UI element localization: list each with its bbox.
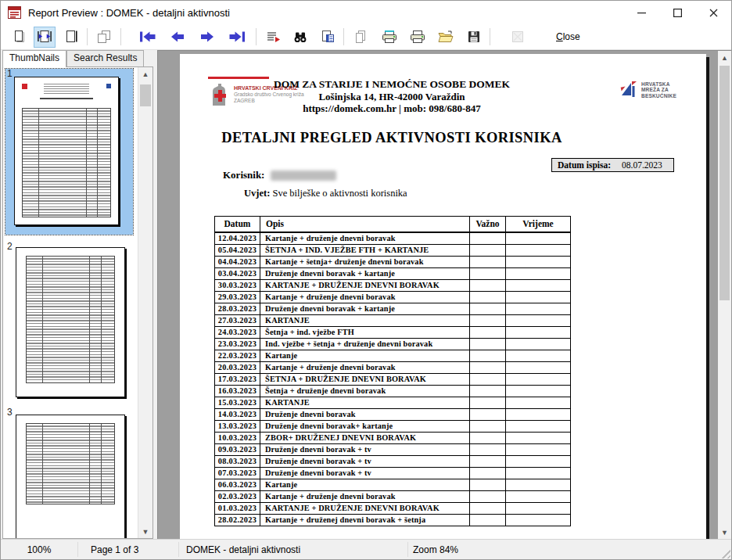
save-button[interactable] xyxy=(463,27,484,48)
thumbnail-3[interactable] xyxy=(16,415,125,539)
thumb-redcross-logo xyxy=(22,84,27,89)
scroll-up-icon[interactable]: ▲ xyxy=(138,67,152,81)
copy-pages-button[interactable] xyxy=(350,27,371,48)
org-name: DOM ZA STARIJE I NEMOĆNE OSOBE DOMEK xyxy=(214,78,569,91)
status-separator xyxy=(77,542,78,557)
panel-tabs: ThumbNails Search Results xyxy=(1,50,157,66)
korisnik-name-redacted xyxy=(271,171,336,181)
table-row: 16.03.2023Šetnja + druženje dnevni borav… xyxy=(215,385,571,397)
save-floppy-icon xyxy=(467,30,481,44)
close-button[interactable]: Close xyxy=(548,28,588,45)
page-100-button[interactable] xyxy=(60,27,81,48)
maximize-button[interactable] xyxy=(659,1,695,24)
col-header-vrijeme: Vrijeme xyxy=(506,217,571,232)
status-page: Page 1 of 3 xyxy=(91,540,138,559)
table-row: 03.04.2023Druženje dnevni boravak + kart… xyxy=(215,267,571,279)
col-header-datum: Datum xyxy=(215,217,260,232)
window-controls xyxy=(623,1,731,24)
scroll-down-icon[interactable]: ▼ xyxy=(718,526,731,539)
whole-page-button[interactable] xyxy=(8,27,29,48)
toolbar-separator xyxy=(490,28,490,45)
close-icon xyxy=(709,9,718,17)
resize-grip[interactable] xyxy=(719,547,730,558)
minimize-button[interactable] xyxy=(623,1,659,24)
print-button[interactable] xyxy=(407,27,429,48)
scrollbar-thumb[interactable] xyxy=(719,66,730,300)
minimize-icon xyxy=(637,9,646,17)
scrollbar-thumb[interactable] xyxy=(140,84,151,106)
window-title: Report Preview : DOMEK - detaljni aktivn… xyxy=(28,7,230,19)
thumbnail-2-number: 2 xyxy=(7,241,13,252)
print-setup-icon xyxy=(381,29,398,45)
edit-page-icon xyxy=(320,29,336,45)
tab-thumbnails[interactable]: ThumbNails xyxy=(2,50,66,67)
status-separator xyxy=(407,542,408,557)
col-header-opis: Opis xyxy=(260,217,470,232)
table-row: 27.03.2023KARTANJE xyxy=(215,314,571,326)
page-100-icon xyxy=(63,29,79,45)
org-contact: https://domek.com.hr | mob: 098/680-847 xyxy=(214,102,569,114)
table-row: 02.03.2023Kartanje + druženje dnevni bor… xyxy=(215,490,571,502)
table-row: 23.03.2023Ind. vježbe + šetnja + druženj… xyxy=(215,338,571,350)
preview-scrollbar[interactable]: ▲ ▼ xyxy=(718,51,731,539)
thumb-network-logo xyxy=(106,84,111,88)
goto-page-icon xyxy=(265,30,281,44)
close-window-button[interactable] xyxy=(695,1,731,24)
next-page-button[interactable] xyxy=(194,27,221,48)
print-date-value: 08.07.2023 xyxy=(622,160,662,170)
page-width-icon xyxy=(36,29,53,45)
korisnik-label: Korisnik: xyxy=(223,169,264,181)
org-address: Lošinjska 14, HR-42000 Varaždin xyxy=(214,91,569,102)
thumbnail-1[interactable] xyxy=(5,69,133,235)
table-row: 04.04.2023Kartanje + šetnja+ druženje dn… xyxy=(215,256,571,267)
report-preview-window: Report Preview : DOMEK - detaljni aktivn… xyxy=(0,0,732,560)
multiple-pages-button[interactable] xyxy=(93,27,115,48)
print-date-box: Datum ispisa: 08.07.2023 xyxy=(551,158,674,172)
print-icon xyxy=(409,29,426,45)
find-binoculars-icon xyxy=(292,30,308,44)
thumbnail-list: 1 2 3 ▲ ▼ xyxy=(2,66,153,539)
page-width-button[interactable] xyxy=(34,27,56,48)
titlebar: Report Preview : DOMEK - detaljni aktivn… xyxy=(1,1,731,24)
uvjet-value: Sve bilješke o aktivnosti korisnika xyxy=(270,188,407,199)
table-header-row: Datum Opis Važno Vrijeme xyxy=(215,217,571,232)
toolbar-separator xyxy=(256,28,257,45)
table-row: 14.03.2023Druženje dnevni boravak xyxy=(215,408,571,420)
open-button[interactable] xyxy=(435,27,457,48)
table-row: 06.03.2023Kartanje xyxy=(215,479,571,490)
tab-search-results[interactable]: Search Results xyxy=(66,50,144,66)
table-row: 29.03.2023Kartanje + druženje dnevni bor… xyxy=(215,291,571,303)
status-separator xyxy=(178,542,179,557)
col-header-vazno: Važno xyxy=(470,217,506,232)
thumbnail-panel: ThumbNails Search Results 1 2 3 xyxy=(1,50,157,539)
last-page-button[interactable] xyxy=(224,27,250,48)
report-title: DETALJNI PREGLED AKTIVNOSTI KORISNIKA xyxy=(214,130,569,146)
korisnik-row: Korisnik: xyxy=(223,169,336,181)
toolbar-separator xyxy=(87,28,88,45)
first-page-button[interactable] xyxy=(135,27,161,48)
toolbar: Close xyxy=(1,24,731,50)
report-table-body: 12.04.2023Kartanje + druženje dnevni bor… xyxy=(215,232,571,526)
thumb-table xyxy=(22,108,111,217)
thumbnail-scrollbar[interactable]: ▲ ▼ xyxy=(138,67,152,538)
prior-page-button[interactable] xyxy=(164,27,191,48)
toolbar-separator xyxy=(120,28,121,45)
scroll-up-icon[interactable]: ▲ xyxy=(718,51,731,64)
thumbnail-1-number: 1 xyxy=(7,68,13,79)
table-row: 09.03.2023Druženje dnevni boravak + tv xyxy=(215,443,571,455)
prior-page-icon xyxy=(168,31,187,43)
thumb-table xyxy=(26,423,114,505)
export-disabled-icon xyxy=(511,30,525,44)
thumbnail-2[interactable] xyxy=(16,247,125,397)
goto-page-button[interactable] xyxy=(262,27,283,48)
table-row: 20.03.2023Kartanje + druženje dnevni bor… xyxy=(215,361,571,373)
print-setup-button[interactable] xyxy=(379,27,400,48)
table-row: 15.03.2023KARTANJE xyxy=(215,397,571,408)
table-row: 22.03.2023Kartanje xyxy=(215,350,571,361)
scroll-down-icon[interactable]: ▼ xyxy=(138,525,152,538)
find-button[interactable] xyxy=(289,27,310,48)
edit-page-button[interactable] xyxy=(317,27,338,48)
thumb-title-line xyxy=(40,98,94,99)
thumbnail-3-number: 3 xyxy=(7,407,13,418)
print-date-label: Datum ispisa: xyxy=(558,160,611,170)
